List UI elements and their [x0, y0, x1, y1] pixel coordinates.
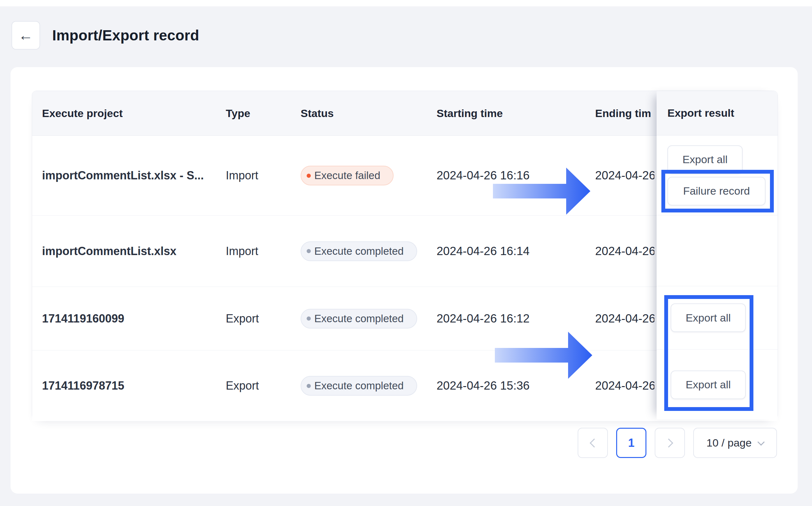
back-button[interactable]: ←: [11, 21, 40, 50]
status-dot-icon: [307, 249, 311, 253]
annotation-highlight-export-all-buttons: [664, 295, 753, 411]
page-header: ← Import/Export record: [11, 21, 199, 50]
col-header-status: Status: [300, 107, 436, 119]
status-label: Execute completed: [314, 380, 404, 392]
annotation-arrow-rows3-4: [495, 332, 592, 379]
status-dot-icon: [307, 317, 311, 321]
cell-starting-time: 2024-04-26 15:36: [436, 379, 595, 393]
cell-type: Export: [226, 379, 300, 393]
status-badge-completed: Execute completed: [300, 309, 417, 329]
status-badge-completed: Execute completed: [300, 241, 417, 261]
back-arrow-icon: ←: [18, 28, 33, 43]
col-header-type: Type: [226, 107, 300, 119]
cell-ending-time-text: 2024-04-26: [595, 379, 654, 393]
cell-execute-project: 1714116978715: [32, 379, 226, 393]
chevron-left-icon: [590, 438, 598, 447]
status-badge-completed: Execute completed: [300, 376, 417, 396]
import-export-record-page: ← Import/Export record Execute project T…: [0, 0, 812, 506]
status-label: Execute failed: [314, 170, 380, 182]
pagination: 1 10 / page: [10, 428, 777, 458]
cell-status: Execute completed: [300, 309, 436, 329]
cell-status: Execute completed: [300, 376, 436, 396]
chevron-down-icon: [757, 438, 765, 445]
page-size-label: 10 / page: [706, 437, 752, 449]
status-dot-icon: [307, 384, 311, 388]
cell-status: Execute completed: [300, 241, 436, 261]
content-card: Execute project Type Status Starting tim…: [10, 67, 798, 494]
col-header-export-result: Export result: [657, 91, 777, 136]
chevron-right-icon: [664, 438, 673, 447]
export-all-button[interactable]: Export all: [667, 145, 743, 174]
export-result-row: [657, 215, 777, 286]
cell-execute-project: importCommentList.xlsx - S...: [32, 169, 226, 182]
status-label: Execute completed: [314, 313, 404, 325]
page-number-button[interactable]: 1: [616, 428, 647, 458]
next-page-button[interactable]: [655, 428, 685, 458]
col-header-starting-time: Starting time: [436, 107, 595, 119]
col-header-ending-time-label: Ending time: [595, 107, 651, 119]
status-label: Execute completed: [314, 245, 404, 257]
status-dot-icon: [307, 174, 311, 178]
page-size-select[interactable]: 10 / page: [693, 428, 777, 458]
cell-ending-time-text: 2024-04-26: [595, 169, 654, 182]
cell-execute-project: importCommentList.xlsx: [32, 245, 226, 258]
prev-page-button[interactable]: [578, 428, 608, 458]
cell-status: Execute failed: [300, 166, 436, 185]
cell-ending-time-text: 2024-04-26: [595, 312, 654, 325]
cell-starting-time: 2024-04-26 16:12: [436, 312, 595, 325]
cell-ending-time-text: 2024-04-26: [595, 245, 654, 258]
status-badge-failed: Execute failed: [300, 166, 394, 185]
col-header-execute-project: Execute project: [32, 107, 226, 119]
cell-starting-time: 2024-04-26 16:14: [436, 245, 595, 258]
cell-type: Export: [226, 312, 300, 325]
annotation-highlight-failure-record: [661, 170, 774, 213]
annotation-arrow-row1: [493, 168, 590, 215]
page-title: Import/Export record: [52, 27, 199, 44]
cell-type: Import: [226, 169, 300, 182]
cell-execute-project: 1714119160099: [32, 312, 226, 325]
cell-type: Import: [226, 245, 300, 258]
